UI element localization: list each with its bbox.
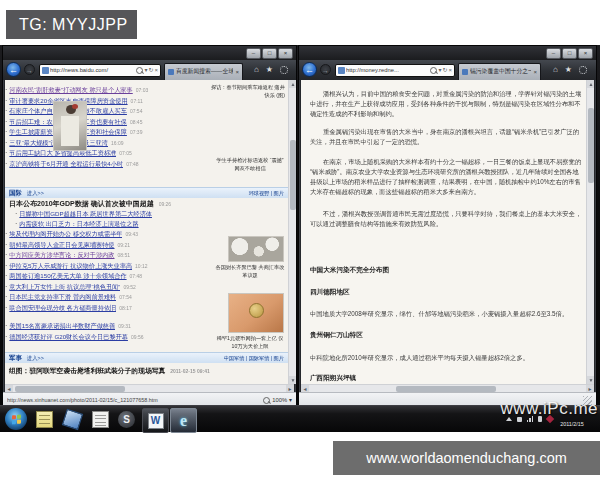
scroll-up-icon[interactable]: ▲ — [289, 80, 296, 88]
feature-headline[interactable]: 日本公布2010年GDP数据 确认首次被中国超越 09:26 — [9, 199, 171, 209]
military-headline[interactable]: 组图：驻阿联军空袭击毙塔利班武装分子的现场写真 2011-02-15 09:41 — [9, 366, 210, 376]
gear-icon[interactable] — [579, 66, 587, 74]
tab-close-icon[interactable]: × — [533, 69, 537, 75]
section-links[interactable]: 中国军情 | 国际军情 | 图片 — [224, 355, 284, 362]
news-item-time: 07:11 — [131, 96, 143, 107]
stop-icon[interactable]: × — [154, 65, 158, 76]
photo-coin-thumbnail[interactable] — [228, 293, 284, 333]
scroll-up-icon[interactable]: ▲ — [587, 80, 594, 88]
document-icon[interactable] — [92, 411, 109, 428]
home-icon[interactable]: ⌂ — [553, 65, 558, 75]
horizontal-scrollbar[interactable]: ◄ ► — [301, 384, 594, 392]
news-item-time: 09:21 — [118, 240, 131, 251]
news-item-time: 07:39 — [130, 127, 143, 138]
news-item-link[interactable]: 中方回应美方涉华言论：反对干涉内政 — [9, 250, 114, 261]
ie-taskbar-button[interactable]: e — [170, 408, 197, 433]
stop-icon[interactable]: × — [448, 65, 452, 76]
region-heading: 四川德阳地区 — [310, 288, 350, 297]
back-button[interactable]: ← — [6, 62, 21, 77]
left-toolbar: ← → http://news.baidu.com/ ▾ ↻ × 百度新闻搜索—… — [3, 60, 296, 80]
news-item-link[interactable]: 日本民主党支持率下滑 菅内阁前景难料 — [9, 292, 116, 303]
chevron-down-icon[interactable]: ▾ — [438, 65, 441, 76]
photo-student-thumbnail[interactable] — [53, 101, 87, 151]
address-bar[interactable]: http://money.redne... ▾ ↻ × — [335, 64, 455, 77]
left-titlebar[interactable]: – □ × — [3, 46, 296, 60]
news-item-link[interactable]: 伊拉克5万人示威游行 抗议物价上涨失业率高 — [9, 261, 132, 272]
forward-button[interactable]: → — [24, 64, 35, 75]
address-bar[interactable]: http://news.baidu.com/ ▾ ↻ × — [39, 64, 161, 77]
zoom-control[interactable]: 100% ▾ — [263, 397, 292, 404]
scrollbar-thumb[interactable] — [290, 140, 296, 210]
url-text[interactable]: http://news.baidu.com/ — [50, 67, 135, 73]
forward-button[interactable]: → — [320, 64, 331, 75]
article-map-title: 中国大米污染不完全分布图 — [310, 266, 389, 275]
sticky-notes-icon[interactable] — [36, 411, 53, 428]
zoom-dropdown-icon[interactable]: ▾ — [289, 397, 292, 403]
favorites-star-icon[interactable]: ★ — [565, 65, 572, 75]
url-text[interactable]: http://money.redne... — [346, 67, 429, 73]
section-enter-link[interactable]: 进入>> — [27, 190, 44, 197]
scrollbar-thumb[interactable] — [588, 108, 594, 183]
news-item-link[interactable]: 两国签订逾150亿美元大单 涉十余领域合作 — [9, 271, 126, 282]
news-item-time: 07:54 — [130, 106, 143, 117]
news-item-link[interactable]: 意大利上万女性上街 抗议总理“桃色丑闻” — [9, 282, 120, 293]
news-item-link[interactable]: 联合国安理会现分歧 各方磋商僵持依旧 — [9, 303, 116, 314]
horizontal-scrollbar[interactable]: ◄ ► — [5, 384, 294, 392]
tab-article[interactable]: 镉污染覆盖中国十分之一稻田公布... × — [458, 63, 541, 80]
section-name[interactable]: 军事 — [9, 354, 22, 363]
search-icon[interactable] — [430, 67, 437, 74]
right-titlebar[interactable]: – □ × — [299, 46, 596, 60]
favorites-star-icon[interactable]: ★ — [266, 65, 273, 75]
refresh-icon[interactable]: ↻ — [148, 65, 153, 76]
news-item: · 美国15名富豪承诺捐出半数财产做慈善 09:31 — [5, 321, 195, 332]
windows-flag-icon — [12, 414, 21, 424]
section-links[interactable]: 环球视野 | 图片 — [249, 190, 284, 197]
scroll-down-icon[interactable]: ▼ — [587, 376, 594, 384]
scroll-down-icon[interactable]: ▼ — [289, 376, 296, 384]
maximize-button[interactable]: □ — [562, 48, 577, 59]
section-name[interactable]: 国际 — [9, 189, 22, 198]
news-item: · 石家庄个体户自述：生意难做不敢雇人买车 07:54 — [5, 106, 195, 117]
refresh-icon[interactable]: ↻ — [442, 65, 447, 76]
word-taskbar-button[interactable]: W — [142, 408, 169, 433]
news-item: · 联合国安理会现分歧 各方磋商僵持依旧 08:17 — [5, 303, 195, 314]
news-item: · 京沪高铁将于6月开通 全程运行最快4小时 07:48 — [5, 159, 195, 170]
vertical-scrollbar[interactable]: ▲ ▼ — [288, 80, 296, 384]
minimize-button[interactable]: – — [546, 48, 561, 59]
news-item-link[interactable]: 美国15名富豪承诺捐出半数财产做慈善 — [9, 321, 115, 332]
photo1-caption[interactable]: 学生手持检讨标语返校 “震撼”网友不敢相信 — [215, 157, 285, 172]
photo3-caption[interactable]: 稀罕1元硬币网拍一套上亿 仅10万为天价上限 — [215, 335, 285, 350]
home-icon[interactable]: ⌂ — [254, 65, 259, 75]
favicon — [42, 67, 49, 74]
news-item-link[interactable]: 埃及代理内阁开始办公 移交权力或需半年 — [9, 229, 122, 240]
news-item-link[interactable]: 河南农民“割肝救妻”打动网友 称只是个人家事 — [9, 85, 132, 96]
start-button[interactable] — [5, 408, 27, 430]
taskbar-clock[interactable]: 2011/2/15 — [548, 421, 596, 427]
news-item-link[interactable]: 德国经济获好评 G20财长会议今日巴黎开幕 — [9, 332, 128, 343]
tab-close-icon[interactable]: × — [235, 69, 239, 75]
search-icon[interactable] — [136, 67, 143, 74]
minimize-button[interactable]: – — [246, 48, 261, 59]
news-item-link[interactable]: 内需疲软 出口乏力：日本经济上演退位之路 — [19, 219, 138, 229]
vertical-scrollbar[interactable]: ▲ ▼ — [586, 80, 594, 384]
section-enter-link[interactable]: 进入>> — [27, 355, 44, 362]
zoom-level[interactable]: 100% — [272, 397, 287, 403]
chevron-down-icon[interactable]: ▾ — [144, 65, 147, 76]
side-caption-top[interactable]: 探访：春节期间乘车难返程 痛并 快乐 (图) — [207, 84, 285, 99]
back-button[interactable]: ← — [302, 62, 317, 77]
news-item-time: 07:48 — [126, 159, 139, 170]
region-body: 中科院地化所2010年研究显示，成人通过稻米平均每天摄入镉量超标2倍之多。 — [310, 353, 582, 363]
maximize-button[interactable]: □ — [262, 48, 277, 59]
close-button[interactable]: × — [578, 48, 593, 59]
close-button[interactable]: × — [278, 48, 293, 59]
blue-app-icon[interactable] — [62, 409, 83, 430]
news-item-link[interactable]: 京沪高铁将于6月开通 全程运行最快4小时 — [9, 159, 123, 170]
s-app-icon[interactable]: S — [118, 411, 135, 428]
gear-icon[interactable] — [280, 66, 288, 74]
tab-baidu-news[interactable]: 百度新闻搜索——全球最大... × — [164, 63, 243, 80]
news-item: · 德国经济获好评 G20财长会议今日巴黎开幕 09:56 — [5, 332, 195, 343]
news-item-link[interactable]: 日媒称中国GDP超越日本 跃居世界第二大经济体 — [19, 209, 152, 219]
photo-meeting-thumbnail[interactable] — [228, 236, 284, 262]
photo2-caption[interactable]: 各国财长齐聚巴黎 共商汇率改革议题 — [215, 264, 285, 279]
news-item-link[interactable]: 朝鲜最高领导人金正日会见柬埔寨特使 — [9, 240, 114, 251]
